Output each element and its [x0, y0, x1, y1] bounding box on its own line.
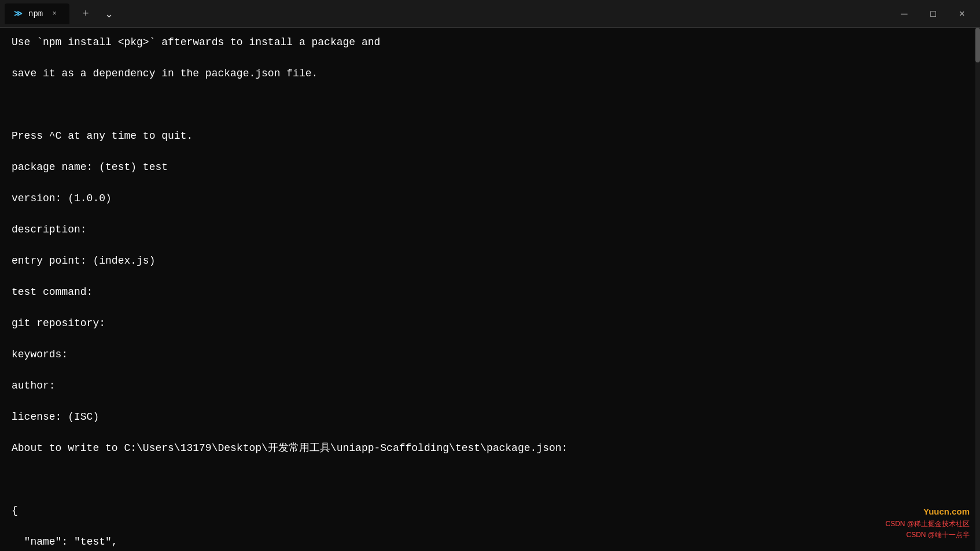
terminal-output: Use `npm install <pkg>` afterwards to in… — [12, 35, 968, 551]
watermark-csdn: CSDN @稀土掘金技术社区 — [885, 519, 970, 530]
npm-tab[interactable]: ≫ npm × — [5, 3, 69, 24]
add-tab-button[interactable]: + — [76, 5, 95, 23]
dropdown-button[interactable]: ⌄ — [100, 5, 118, 23]
maximize-button[interactable]: □ — [920, 3, 946, 24]
terminal-window[interactable]: Use `npm install <pkg>` afterwards to in… — [0, 28, 980, 551]
scrollbar-thumb[interactable] — [975, 28, 980, 62]
scrollbar-track — [975, 28, 980, 551]
tab-close-button[interactable]: × — [49, 8, 60, 20]
tab-controls: + ⌄ — [76, 5, 118, 23]
watermark-site: Yuucn.com — [885, 505, 970, 519]
close-button[interactable]: × — [949, 3, 975, 24]
tab-area: ≫ npm × + ⌄ — [5, 3, 891, 24]
minimize-button[interactable]: ─ — [891, 3, 918, 24]
tab-label: npm — [28, 9, 43, 19]
title-bar: ≫ npm × + ⌄ ─ □ × — [0, 0, 980, 28]
watermark: Yuucn.com CSDN @稀土掘金技术社区 CSDN @端十一点半 — [885, 505, 970, 541]
powershell-icon: ≫ — [14, 9, 23, 19]
window-controls: ─ □ × — [891, 3, 975, 24]
watermark-handle: CSDN @端十一点半 — [885, 530, 970, 541]
